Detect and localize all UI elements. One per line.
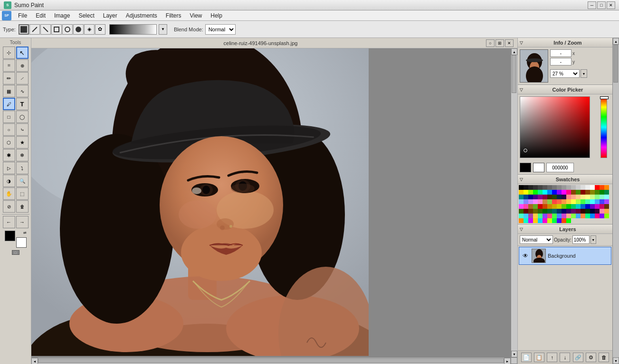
- swatch-color[interactable]: [600, 204, 604, 209]
- swatch-color[interactable]: [547, 195, 552, 199]
- swatch-color[interactable]: [519, 190, 524, 195]
- snowflake-tool[interactable]: ❄: [16, 149, 29, 161]
- line-tool[interactable]: ⟋: [16, 72, 29, 84]
- swatch-color[interactable]: [562, 195, 566, 199]
- swatch-color[interactable]: [538, 209, 543, 214]
- right-scroll-track[interactable]: [613, 45, 619, 357]
- swatch-color[interactable]: [543, 214, 547, 218]
- swatch-color[interactable]: [524, 199, 528, 204]
- swatch-color[interactable]: [595, 185, 600, 190]
- swatch-color[interactable]: [552, 190, 557, 195]
- layer-settings-btn[interactable]: ⚙: [586, 353, 596, 362]
- image-canvas[interactable]: [31, 48, 369, 356]
- horizontal-scrollbar[interactable]: ◄ ►: [31, 357, 511, 364]
- swatch-color[interactable]: [533, 204, 538, 209]
- swatch-color[interactable]: [581, 195, 585, 199]
- swatch-color[interactable]: [566, 218, 571, 223]
- swatch-color[interactable]: [590, 185, 595, 190]
- swatch-color[interactable]: [557, 214, 562, 218]
- star-tool[interactable]: ★: [16, 136, 29, 149]
- swatch-color[interactable]: [543, 209, 547, 214]
- swatch-color[interactable]: [595, 204, 600, 209]
- brush-type-3[interactable]: [51, 24, 62, 35]
- redo-btn[interactable]: →: [16, 216, 29, 228]
- swatch-color[interactable]: [538, 190, 543, 195]
- lasso-tool[interactable]: ⌗: [3, 59, 15, 72]
- swatch-color[interactable]: [566, 195, 571, 199]
- swatch-color[interactable]: [604, 209, 609, 214]
- swatch-color[interactable]: [562, 199, 566, 204]
- swatch-color[interactable]: [538, 185, 543, 190]
- swatch-color[interactable]: [547, 214, 552, 218]
- swatch-color[interactable]: [600, 185, 604, 190]
- opacity-dropdown-btn[interactable]: ▼: [590, 235, 596, 244]
- swatch-color[interactable]: [566, 214, 571, 218]
- swatch-color[interactable]: [590, 209, 595, 214]
- menu-edit[interactable]: Edit: [32, 11, 49, 20]
- scroll-up-btn[interactable]: ▲: [511, 48, 517, 55]
- y-coord-input[interactable]: [550, 58, 571, 65]
- move-layer-down-btn[interactable]: ↓: [560, 353, 570, 362]
- swatch-color[interactable]: [519, 199, 524, 204]
- fg-color-swatch[interactable]: [5, 231, 15, 241]
- menu-image[interactable]: Image: [50, 11, 74, 20]
- color-picker-collapse-icon[interactable]: ▽: [520, 87, 523, 92]
- swatch-color[interactable]: [576, 209, 581, 214]
- swatch-color[interactable]: [585, 185, 590, 190]
- swatch-color[interactable]: [557, 190, 562, 195]
- swatch-color[interactable]: [524, 204, 528, 209]
- swatch-color[interactable]: [524, 195, 528, 199]
- canvas-viewport[interactable]: ▲ ▼ ◄ ►: [31, 48, 517, 364]
- swatch-color[interactable]: [519, 218, 524, 223]
- swatch-color[interactable]: [600, 199, 604, 204]
- scroll-right-btn[interactable]: ►: [504, 358, 511, 364]
- swatch-color[interactable]: [604, 190, 609, 195]
- menu-file[interactable]: File: [14, 11, 31, 20]
- swatch-color[interactable]: [533, 190, 538, 195]
- close-button[interactable]: ✕: [607, 1, 615, 9]
- swatch-color[interactable]: [552, 214, 557, 218]
- swatch-color[interactable]: [600, 214, 604, 218]
- swatch-color[interactable]: [576, 185, 581, 190]
- smudge-tool[interactable]: ∿: [16, 85, 29, 97]
- wave-tool[interactable]: ⤵: [16, 162, 29, 174]
- swatch-color[interactable]: [562, 185, 566, 190]
- swatch-color[interactable]: [552, 204, 557, 209]
- arc-tool[interactable]: ⤷: [16, 123, 29, 136]
- swatch-color[interactable]: [581, 199, 585, 204]
- swatch-color[interactable]: [528, 195, 533, 199]
- move-tool[interactable]: ↖: [16, 47, 29, 59]
- swatch-color[interactable]: [585, 195, 590, 199]
- swatch-color[interactable]: [543, 185, 547, 190]
- swatch-color[interactable]: [552, 199, 557, 204]
- swatch-color[interactable]: [547, 218, 552, 223]
- swatch-color[interactable]: [528, 209, 533, 214]
- layer-background[interactable]: 👁 Background: [519, 247, 611, 265]
- swatch-color[interactable]: [571, 199, 576, 204]
- rectangle-tool[interactable]: □: [3, 111, 15, 123]
- maximize-button[interactable]: □: [597, 1, 606, 9]
- swatch-color[interactable]: [571, 190, 576, 195]
- swatch-color[interactable]: [571, 204, 576, 209]
- swatch-color[interactable]: [533, 185, 538, 190]
- scroll-left-btn[interactable]: ◄: [31, 358, 38, 364]
- swatch-color[interactable]: [547, 209, 552, 214]
- brush-type-5[interactable]: [73, 24, 84, 35]
- canvas-fit-btn[interactable]: ○: [486, 39, 495, 47]
- canvas-close-btn[interactable]: ✕: [505, 39, 514, 47]
- layer-blend-mode-select[interactable]: Normal Multiply Screen: [520, 235, 553, 244]
- info-zoom-collapse-icon[interactable]: ▽: [520, 40, 523, 45]
- layer-visibility-toggle[interactable]: 👁: [521, 252, 530, 260]
- swatch-color[interactable]: [519, 209, 524, 214]
- circle-tool[interactable]: ○: [3, 123, 15, 136]
- swatch-color[interactable]: [552, 185, 557, 190]
- new-layer-btn[interactable]: 📄: [521, 353, 532, 362]
- swatch-color[interactable]: [576, 195, 581, 199]
- swatch-color[interactable]: [581, 214, 585, 218]
- arrow-right-tool[interactable]: ▷: [3, 162, 15, 174]
- swatch-color[interactable]: [590, 199, 595, 204]
- color-gradient-area[interactable]: [520, 96, 590, 158]
- swatch-color[interactable]: [547, 185, 552, 190]
- menu-view[interactable]: View: [186, 11, 206, 20]
- swatch-color[interactable]: [538, 204, 543, 209]
